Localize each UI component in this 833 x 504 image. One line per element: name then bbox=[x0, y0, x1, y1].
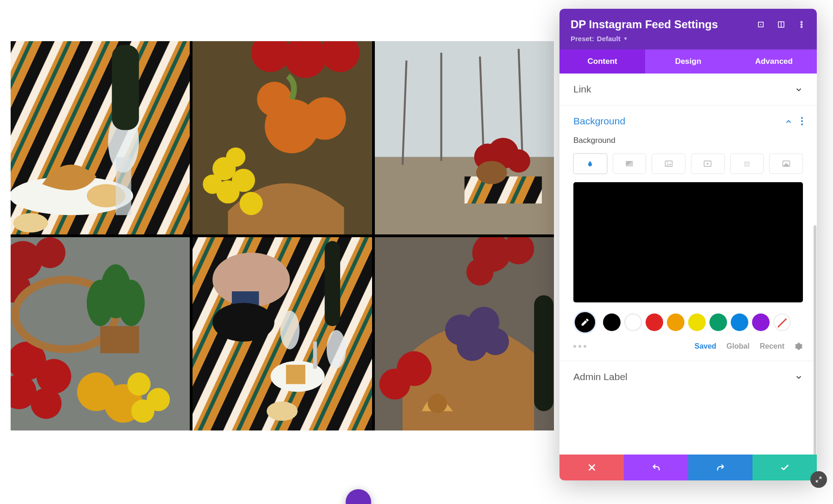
palette-more-icon[interactable] bbox=[573, 345, 586, 348]
section-header-admin-label[interactable]: Admin Label bbox=[573, 371, 803, 382]
expand-icon[interactable] bbox=[757, 20, 765, 29]
cancel-button[interactable] bbox=[559, 455, 624, 480]
svg-point-83 bbox=[801, 26, 802, 28]
chevron-down-icon bbox=[795, 85, 803, 93]
palette-tab-recent[interactable]: Recent bbox=[760, 342, 784, 350]
grid-cell[interactable] bbox=[375, 41, 554, 234]
section-more-icon[interactable] bbox=[801, 117, 803, 125]
svg-rect-11 bbox=[112, 45, 139, 130]
section-admin-label: Admin Label bbox=[559, 361, 817, 393]
svg-point-41 bbox=[37, 359, 71, 393]
page-canvas: DP Instagram Feed Settings Preset: Defau… bbox=[0, 0, 833, 504]
gear-icon[interactable] bbox=[795, 342, 803, 350]
svg-rect-85 bbox=[665, 161, 672, 166]
palette-swatch[interactable] bbox=[667, 313, 684, 331]
section-title: Admin Label bbox=[573, 371, 628, 382]
tab-advanced[interactable]: Advanced bbox=[731, 49, 817, 74]
resize-handle[interactable] bbox=[810, 471, 827, 488]
svg-point-57 bbox=[213, 303, 275, 342]
svg-rect-62 bbox=[286, 365, 305, 384]
tab-design[interactable]: Design bbox=[645, 49, 731, 74]
palette-swatch[interactable] bbox=[688, 313, 706, 331]
palette-swatch[interactable] bbox=[603, 313, 621, 331]
bg-tab-video[interactable] bbox=[691, 154, 725, 174]
color-palette bbox=[573, 311, 803, 334]
settings-panel: DP Instagram Feed Settings Preset: Defau… bbox=[559, 9, 817, 480]
preset-prefix: Preset: bbox=[571, 35, 594, 43]
svg-point-8 bbox=[13, 213, 48, 233]
svg-point-89 bbox=[746, 161, 748, 163]
grid-cell[interactable] bbox=[11, 41, 190, 234]
svg-point-14 bbox=[304, 97, 346, 140]
palette-footer: Saved Global Recent bbox=[573, 342, 803, 350]
svg-point-92 bbox=[746, 164, 748, 165]
svg-point-35 bbox=[476, 161, 507, 184]
bg-tab-gradient[interactable] bbox=[613, 154, 647, 174]
background-color-preview[interactable] bbox=[573, 182, 803, 302]
svg-rect-25 bbox=[375, 41, 554, 157]
chevron-down-icon bbox=[795, 373, 803, 381]
grid-cell[interactable] bbox=[11, 237, 190, 430]
section-header-link[interactable]: Link bbox=[573, 84, 803, 95]
svg-rect-64 bbox=[313, 342, 317, 369]
section-title: Background bbox=[573, 116, 625, 127]
svg-rect-34 bbox=[464, 177, 541, 204]
section-title: Link bbox=[573, 84, 591, 95]
undo-button[interactable] bbox=[624, 455, 688, 480]
palette-swatch[interactable] bbox=[752, 313, 770, 331]
svg-point-96 bbox=[748, 166, 750, 167]
chevron-up-icon bbox=[784, 117, 793, 125]
grid-cell[interactable] bbox=[193, 237, 372, 430]
svg-point-60 bbox=[327, 330, 346, 369]
save-button[interactable] bbox=[752, 455, 817, 480]
caret-down-icon: ▼ bbox=[623, 36, 628, 41]
main-tabs: Content Design Advanced bbox=[559, 49, 817, 74]
svg-point-46 bbox=[118, 280, 145, 326]
palette-tab-global[interactable]: Global bbox=[727, 342, 750, 350]
bg-tab-image[interactable] bbox=[652, 154, 685, 174]
svg-point-82 bbox=[801, 24, 802, 25]
svg-point-43 bbox=[31, 388, 62, 419]
svg-point-81 bbox=[801, 21, 802, 23]
svg-point-20 bbox=[203, 174, 223, 194]
svg-point-21 bbox=[226, 148, 246, 167]
tab-content[interactable]: Content bbox=[559, 49, 645, 74]
instagram-grid bbox=[11, 41, 554, 430]
scrollbar-thumb[interactable] bbox=[814, 225, 816, 455]
palette-swatch[interactable] bbox=[646, 313, 663, 331]
palette-swatch[interactable] bbox=[731, 313, 748, 331]
section-header-background[interactable]: Background bbox=[573, 116, 803, 127]
grid-cell[interactable] bbox=[375, 237, 554, 430]
background-sublabel: Background bbox=[573, 136, 803, 145]
svg-point-33 bbox=[507, 149, 530, 172]
divi-fab[interactable] bbox=[346, 489, 371, 504]
palette-swatch[interactable] bbox=[624, 313, 642, 331]
svg-rect-10 bbox=[116, 157, 131, 215]
panel-title: DP Instagram Feed Settings bbox=[571, 18, 718, 31]
panel-body: Link Background Background bbox=[559, 74, 817, 455]
svg-point-68 bbox=[466, 258, 494, 286]
svg-point-15 bbox=[257, 82, 292, 117]
more-icon[interactable] bbox=[797, 20, 806, 29]
palette-swatch-none[interactable] bbox=[773, 313, 791, 331]
svg-point-63 bbox=[267, 401, 298, 421]
svg-rect-58 bbox=[325, 241, 340, 326]
eyedropper-button[interactable] bbox=[573, 311, 597, 334]
bg-tab-color[interactable] bbox=[573, 154, 607, 174]
svg-point-72 bbox=[482, 328, 509, 355]
palette-swatch[interactable] bbox=[709, 313, 727, 331]
bg-tab-pattern[interactable] bbox=[730, 154, 764, 174]
svg-point-76 bbox=[428, 394, 447, 413]
grid-cell[interactable] bbox=[193, 41, 372, 234]
background-type-tabs bbox=[573, 154, 803, 174]
snap-icon[interactable] bbox=[777, 20, 785, 29]
svg-point-93 bbox=[748, 164, 750, 165]
bg-tab-mask[interactable] bbox=[769, 154, 803, 174]
svg-point-95 bbox=[746, 166, 748, 167]
section-background: Background Background bbox=[559, 105, 817, 361]
panel-footer bbox=[559, 455, 817, 480]
palette-tab-saved[interactable]: Saved bbox=[695, 342, 716, 350]
preset-selector[interactable]: Preset: Default ▼ bbox=[571, 35, 628, 43]
panel-header: DP Instagram Feed Settings Preset: Defau… bbox=[559, 9, 817, 49]
redo-button[interactable] bbox=[688, 455, 752, 480]
